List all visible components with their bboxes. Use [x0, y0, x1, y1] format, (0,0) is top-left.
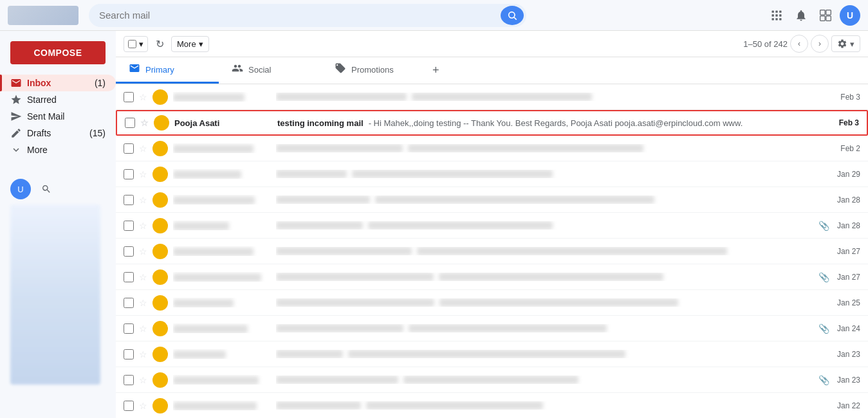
email-date: Jan 24	[835, 324, 860, 333]
email-date: Jan 27	[835, 273, 860, 282]
drafts-label: Drafts	[27, 128, 89, 138]
email-subject: testing incoming mail	[277, 118, 364, 128]
chat-section: U	[0, 174, 116, 390]
avatar	[152, 321, 168, 336]
email-row[interactable]: ☆Feb 3	[116, 84, 868, 110]
sidebar-item-sent[interactable]: Sent Mail	[0, 108, 116, 125]
email-date: Jan 28	[835, 195, 860, 204]
refresh-button[interactable]: ↻	[151, 35, 169, 53]
email-checkbox[interactable]	[125, 118, 135, 128]
star-button[interactable]: ☆	[139, 246, 147, 257]
user-avatar-button[interactable]: U	[840, 5, 860, 26]
select-all-checkbox[interactable]	[128, 40, 136, 48]
svg-rect-7	[779, 14, 781, 16]
svg-rect-14	[826, 15, 831, 21]
email-preview: - Hi Mahek,,doing testing -- Thank You. …	[369, 118, 743, 128]
email-row[interactable]: ☆Jan 22	[116, 393, 868, 418]
email-row[interactable]: ☆Pooja Asatitesting incoming mail - Hi M…	[116, 110, 868, 136]
settings-button[interactable]: ▾	[831, 35, 860, 52]
avatar	[152, 218, 168, 233]
email-row[interactable]: ☆Jan 27	[116, 239, 868, 264]
attachment-icon: 📎	[818, 323, 829, 334]
email-checkbox[interactable]	[124, 375, 134, 385]
email-row[interactable]: ☆📎Jan 23	[116, 367, 868, 393]
sidebar-item-starred[interactable]: Starred	[0, 91, 116, 108]
next-page-button[interactable]: ›	[811, 35, 829, 53]
chat-search-button[interactable]	[41, 184, 51, 194]
star-button[interactable]: ☆	[139, 323, 147, 334]
chat-avatar[interactable]: U	[10, 179, 31, 199]
promotions-tab-icon	[335, 62, 346, 77]
search-input[interactable]	[99, 10, 501, 21]
sidebar-item-inbox[interactable]: Inbox (1)	[0, 75, 116, 91]
email-date: Jan 27	[835, 247, 860, 256]
avatar	[152, 192, 168, 208]
avatar	[152, 89, 168, 105]
email-row[interactable]: ☆Jan 25	[116, 290, 868, 316]
avatar	[152, 141, 168, 156]
email-sender	[173, 375, 276, 385]
star-button[interactable]: ☆	[139, 349, 147, 359]
email-row[interactable]: ☆Jan 29	[116, 161, 868, 187]
email-row[interactable]: ☆📎Jan 24	[116, 316, 868, 341]
email-checkbox[interactable]	[124, 349, 134, 359]
svg-rect-12	[826, 10, 831, 15]
star-button[interactable]: ☆	[139, 92, 147, 102]
tab-social[interactable]: Social	[219, 57, 322, 84]
tab-primary-label: Primary	[145, 65, 174, 75]
apps-button[interactable]	[766, 5, 787, 26]
search-button[interactable]	[501, 6, 524, 25]
email-date: Jan 28	[835, 221, 860, 230]
notifications-button[interactable]	[791, 5, 811, 26]
sidebar-item-more[interactable]: More	[0, 141, 116, 158]
email-checkbox[interactable]	[124, 272, 134, 282]
add-account-button[interactable]	[815, 5, 836, 26]
email-date: Jan 22	[835, 401, 860, 410]
email-row[interactable]: ☆Jan 28	[116, 187, 868, 213]
star-button[interactable]: ☆	[139, 401, 147, 411]
add-tab-button[interactable]: +	[425, 57, 447, 84]
primary-tab-icon	[129, 62, 140, 77]
email-checkbox[interactable]	[124, 92, 134, 102]
tab-promotions[interactable]: Promotions	[322, 57, 425, 84]
email-row[interactable]: ☆📎Jan 27	[116, 264, 868, 290]
star-button[interactable]: ☆	[139, 298, 147, 308]
email-checkbox[interactable]	[124, 246, 134, 257]
email-checkbox[interactable]	[124, 143, 134, 154]
email-row[interactable]: ☆Jan 23	[116, 341, 868, 367]
select-all-dropdown[interactable]: ▾	[124, 36, 148, 52]
avatar	[152, 295, 168, 311]
email-checkbox[interactable]	[124, 298, 134, 308]
email-checkbox[interactable]	[124, 323, 134, 334]
email-checkbox[interactable]	[124, 195, 134, 205]
email-meta: Jan 22	[835, 401, 860, 410]
email-checkbox[interactable]	[124, 169, 134, 179]
star-button[interactable]: ☆	[139, 221, 147, 231]
star-button[interactable]: ☆	[139, 195, 147, 205]
select-dropdown-arrow[interactable]: ▾	[139, 39, 143, 49]
star-button[interactable]: ☆	[139, 169, 147, 179]
avatar	[152, 269, 168, 285]
star-button[interactable]: ☆	[140, 118, 149, 128]
star-button[interactable]: ☆	[139, 143, 147, 154]
more-options-button[interactable]: More ▾	[171, 36, 209, 52]
avatar	[152, 347, 168, 362]
topbar: U	[0, 0, 868, 31]
email-checkbox[interactable]	[124, 221, 134, 231]
compose-button[interactable]: COMPOSE	[10, 41, 106, 64]
tab-primary[interactable]: Primary	[116, 57, 219, 84]
email-meta: Jan 28	[835, 195, 860, 204]
star-button[interactable]: ☆	[139, 272, 147, 282]
email-body	[276, 195, 829, 204]
email-checkbox[interactable]	[124, 401, 134, 411]
prev-page-button[interactable]: ‹	[790, 35, 808, 53]
email-row[interactable]: ☆📎Jan 28	[116, 213, 868, 239]
svg-rect-2	[772, 10, 774, 12]
inbox-label: Inbox	[27, 78, 95, 88]
search-bar	[89, 4, 526, 27]
email-row[interactable]: ☆Feb 2	[116, 136, 868, 161]
inbox-count: (1)	[95, 78, 106, 88]
star-button[interactable]: ☆	[139, 375, 147, 385]
sidebar-item-drafts[interactable]: Drafts (15)	[0, 125, 116, 141]
email-body	[276, 170, 829, 178]
